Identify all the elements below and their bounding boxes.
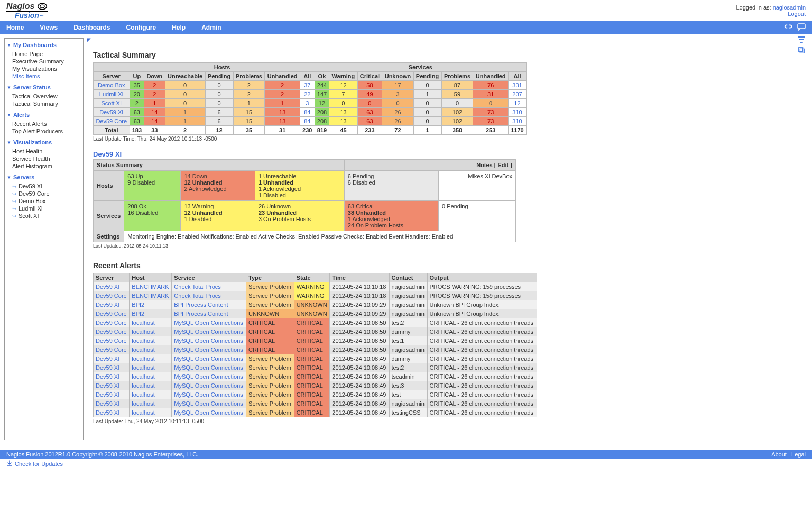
alert-cell-service[interactable]: MySQL Open Connections (172, 363, 246, 372)
hosts-up-box[interactable]: 63 Up9 Disabled (124, 171, 181, 201)
tactical-cell[interactable]: 13 (265, 108, 300, 117)
tactical-server-cell[interactable]: Dev59 XI (94, 108, 130, 117)
tactical-cell[interactable]: 0 (473, 99, 509, 108)
tactical-cell[interactable]: 37 (300, 81, 315, 90)
tactical-cell[interactable]: 0 (205, 99, 233, 108)
tactical-cell[interactable]: 63 (130, 117, 144, 126)
tactical-cell[interactable]: 2 (233, 81, 265, 90)
nav-views[interactable]: Views (40, 24, 58, 31)
svc-critical-box[interactable]: 63 Critical38 Unhandled1 Acknowledged24 … (344, 201, 438, 231)
alert-cell-service[interactable]: MySQL Open Connections (172, 408, 246, 417)
alert-cell-server[interactable]: Dev59 XI (94, 363, 130, 372)
alert-cell-host[interactable]: localhost (130, 354, 172, 363)
tactical-cell[interactable]: 0 (413, 108, 441, 117)
tactical-cell[interactable]: 12 (329, 81, 357, 90)
tactical-cell[interactable]: 0 (165, 99, 205, 108)
tactical-cell[interactable]: 63 (130, 108, 144, 117)
alert-cell-server[interactable]: Dev59 Core (94, 345, 130, 354)
tactical-cell[interactable]: 310 (508, 117, 526, 126)
tactical-cell[interactable]: 12 (315, 99, 329, 108)
alert-cell-host[interactable]: localhost (130, 399, 172, 408)
alert-cell-service[interactable]: MySQL Open Connections (172, 336, 246, 345)
tactical-cell[interactable]: 14 (144, 117, 165, 126)
alert-cell-server[interactable]: Dev59 XI (94, 300, 130, 309)
tactical-cell[interactable]: 12 (508, 99, 526, 108)
tactical-cell[interactable]: 15 (233, 108, 265, 117)
tactical-cell[interactable]: 13 (329, 108, 357, 117)
tactical-cell[interactable]: 208 (315, 108, 329, 117)
alert-cell-server[interactable]: Dev59 Core (94, 336, 130, 345)
corner-tab-icon[interactable]: ◤ (87, 37, 91, 43)
side-link[interactable]: Top Alert Producers (7, 127, 81, 135)
alert-cell-service[interactable]: MySQL Open Connections (172, 390, 246, 399)
tactical-cell[interactable]: 22 (300, 90, 315, 99)
link-icon[interactable] (783, 23, 793, 32)
tactical-server-cell[interactable]: Scott XI (94, 99, 130, 108)
side-link[interactable]: Service Health (7, 155, 81, 162)
alert-cell-server[interactable]: Dev59 Core (94, 327, 130, 336)
tactical-cell[interactable]: 84 (300, 117, 315, 126)
side-link[interactable]: Recent Alerts (7, 120, 81, 127)
tactical-server-cell[interactable]: Demo Box (94, 81, 130, 90)
alert-cell-host[interactable]: localhost (130, 318, 172, 327)
tactical-cell[interactable]: 59 (441, 90, 473, 99)
copy-icon[interactable] (797, 47, 806, 55)
tactical-cell[interactable]: 2 (144, 90, 165, 99)
user-link[interactable]: nagiosadmin (773, 4, 806, 11)
svc-ok-box[interactable]: 208 Ok16 Disabled (124, 201, 181, 231)
check-updates-link[interactable]: Check for Updates (6, 460, 806, 468)
alert-cell-host[interactable]: localhost (130, 390, 172, 399)
side-link[interactable]: Ludmil XI (7, 205, 81, 212)
logout-link[interactable]: Logout (788, 11, 806, 17)
tactical-cell[interactable]: 147 (315, 90, 329, 99)
tactical-cell[interactable]: 0 (413, 81, 441, 90)
alert-cell-service[interactable]: MySQL Open Connections (172, 345, 246, 354)
tactical-cell[interactable]: 0 (329, 99, 357, 108)
tactical-cell[interactable]: 1 (165, 108, 205, 117)
alert-cell-service[interactable]: MySQL Open Connections (172, 381, 246, 390)
alert-cell-host[interactable]: localhost (130, 336, 172, 345)
tactical-cell[interactable]: 102 (441, 108, 473, 117)
alert-cell-host[interactable]: localhost (130, 408, 172, 417)
side-section-alerts[interactable]: Alerts (7, 112, 81, 118)
alert-cell-server[interactable]: Dev59 XI (94, 381, 130, 390)
alert-cell-service[interactable]: Check Total Procs (172, 282, 246, 291)
alert-cell-server[interactable]: Dev59 Core (94, 318, 130, 327)
alert-cell-server[interactable]: Dev59 XI (94, 282, 130, 291)
tactical-cell[interactable]: 2 (265, 90, 300, 99)
tactical-cell[interactable]: 17 (382, 81, 413, 90)
alert-cell-server[interactable]: Dev59 Core (94, 291, 130, 300)
tactical-cell[interactable]: 31 (473, 90, 509, 99)
tactical-cell[interactable]: 1 (165, 117, 205, 126)
status-server-link[interactable]: Dev59 XI (93, 150, 122, 158)
alert-cell-host[interactable]: localhost (130, 327, 172, 336)
side-link[interactable]: Host Health (7, 148, 81, 155)
side-link[interactable]: Tactical Summary (7, 100, 81, 107)
side-section-my-dashboards[interactable]: My Dashboards (7, 42, 81, 48)
alert-cell-service[interactable]: MySQL Open Connections (172, 354, 246, 363)
alert-cell-service[interactable]: Check Total Procs (172, 291, 246, 300)
tactical-cell[interactable]: 0 (205, 81, 233, 90)
tactical-cell[interactable]: 207 (508, 90, 526, 99)
alert-cell-host[interactable]: BPI2 (130, 309, 172, 318)
tactical-cell[interactable]: 331 (508, 81, 526, 90)
side-link[interactable]: Tactical Overview (7, 93, 81, 100)
tactical-cell[interactable]: 6 (205, 108, 233, 117)
nav-dashboards[interactable]: Dashboards (73, 24, 110, 31)
nav-configure[interactable]: Configure (126, 24, 156, 31)
alert-cell-server[interactable]: Dev59 XI (94, 390, 130, 399)
tactical-cell[interactable]: 76 (473, 81, 509, 90)
tactical-cell[interactable]: 208 (315, 117, 329, 126)
tactical-cell[interactable]: 63 (357, 117, 382, 126)
tactical-cell[interactable]: 26 (382, 108, 413, 117)
alert-cell-host[interactable]: localhost (130, 381, 172, 390)
tactical-server-cell[interactable]: Dev59 Core (94, 117, 130, 126)
svc-pending-box[interactable]: 0 Pending (439, 201, 516, 231)
alert-cell-server[interactable]: Dev59 Core (94, 309, 130, 318)
tactical-cell[interactable]: 6 (205, 117, 233, 126)
tactical-server-cell[interactable]: Ludmil XI (94, 90, 130, 99)
tactical-cell[interactable]: 0 (165, 90, 205, 99)
side-link[interactable]: Dev59 Core (7, 190, 81, 197)
tactical-cell[interactable]: 35 (130, 81, 144, 90)
svc-unknown-box[interactable]: 26 Unknown23 Unhandled3 On Problem Hosts (255, 201, 344, 231)
